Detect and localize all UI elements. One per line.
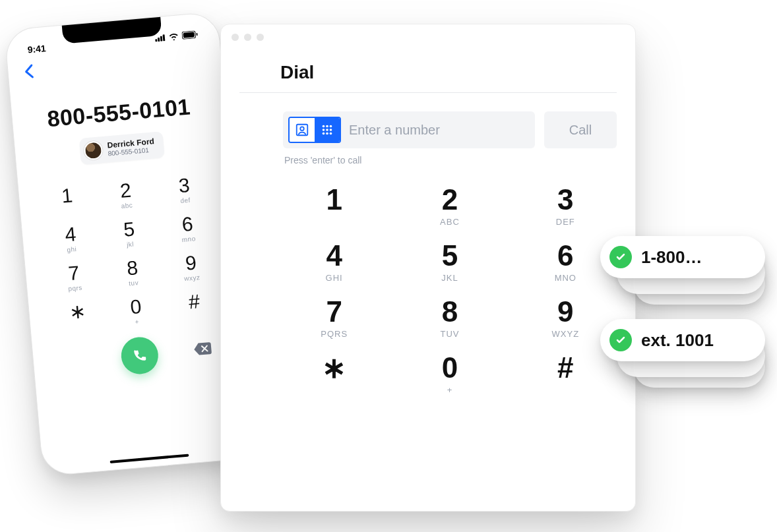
number-input[interactable]: Enter a number — [349, 123, 440, 138]
keypad-key-6[interactable]: 6MNO — [532, 241, 598, 283]
keypad-key-8[interactable]: 8TUV — [417, 297, 483, 339]
extension-chip[interactable]: ext. 1001 — [600, 319, 765, 361]
call-button[interactable]: Call — [544, 111, 617, 148]
window-controls[interactable] — [221, 24, 635, 50]
svg-point-11 — [330, 125, 332, 128]
hint-text: Press 'enter' to call — [284, 155, 635, 165]
battery-icon — [181, 30, 198, 41]
svg-point-13 — [326, 129, 328, 131]
phone-key-7[interactable]: 7pqrs — [47, 261, 102, 294]
call-button[interactable] — [120, 336, 160, 376]
svg-rect-5 — [183, 32, 195, 38]
phone-icon — [131, 347, 148, 364]
keypad-key-hash[interactable]: # — [532, 353, 598, 395]
keypad-key-star[interactable]: ∗ — [301, 353, 367, 395]
svg-point-14 — [330, 129, 332, 131]
phone-key-6[interactable]: 6mno — [160, 212, 215, 245]
phone-key-9[interactable]: 9wxyz — [164, 251, 218, 284]
phone-key-2[interactable]: 2abc — [98, 179, 153, 212]
svg-rect-0 — [155, 39, 157, 42]
svg-point-12 — [323, 129, 325, 131]
input-mode-toggle[interactable] — [288, 117, 341, 143]
keypad-key-1[interactable]: 1 — [301, 185, 367, 227]
status-time: 9:41 — [27, 43, 46, 55]
home-indicator — [109, 454, 189, 463]
svg-point-8 — [300, 127, 304, 131]
keypad-key-4[interactable]: 4GHI — [301, 241, 367, 283]
svg-point-15 — [323, 133, 325, 135]
contact-chip[interactable]: Derrick Ford 800-555-0101 — [79, 131, 165, 165]
chip-label: 1-800… — [641, 247, 702, 268]
phone-key-1[interactable]: 1 — [40, 184, 95, 217]
signal-icon — [154, 33, 166, 44]
number-chip[interactable]: 1-800… — [600, 236, 765, 278]
phone-key-star[interactable]: ∗ — [50, 300, 105, 333]
phone-key-4[interactable]: 4ghi — [44, 222, 98, 255]
avatar — [83, 140, 103, 160]
divider — [239, 92, 617, 93]
svg-rect-1 — [158, 37, 160, 41]
svg-rect-6 — [196, 32, 197, 35]
svg-point-10 — [326, 125, 328, 128]
keypad-key-7[interactable]: 7PQRS — [301, 297, 367, 339]
phone-mockup: 9:41 800-555-0101 Derrick Ford 800-555-0… — [4, 11, 257, 477]
phone-key-0[interactable]: 0+ — [109, 295, 164, 328]
desktop-keypad: 1 2ABC3DEF4GHI5JKL6MNO7PQRS8TUV9WXYZ∗ 0+… — [283, 185, 617, 395]
svg-point-9 — [323, 125, 325, 128]
wifi-icon — [168, 32, 179, 42]
phone-key-8[interactable]: 8tuv — [106, 256, 160, 289]
svg-point-17 — [330, 133, 332, 135]
dial-window: Dial Enter a number Call Press 'enter' t… — [220, 24, 636, 512]
keypad-mode-icon[interactable] — [315, 118, 340, 142]
page-title: Dial — [280, 62, 635, 83]
svg-rect-3 — [162, 34, 165, 41]
contact-mode-icon[interactable] — [290, 118, 315, 142]
svg-point-16 — [326, 133, 328, 135]
chip-label: ext. 1001 — [641, 330, 714, 351]
keypad-key-0[interactable]: 0+ — [417, 353, 483, 395]
phone-key-3[interactable]: 3def — [157, 173, 212, 206]
number-input-row[interactable]: Enter a number — [283, 111, 535, 148]
dialed-number: 800-555-0101 — [23, 92, 214, 134]
phone-key-5[interactable]: 5jkl — [102, 218, 156, 251]
svg-rect-2 — [160, 36, 163, 41]
check-icon — [609, 329, 632, 351]
phone-keypad: 1 2abc3def4ghi5jkl6mno7pqrs8tuv9wxyz∗ 0+… — [30, 173, 232, 334]
keypad-key-5[interactable]: 5JKL — [417, 241, 483, 283]
keypad-key-9[interactable]: 9WXYZ — [532, 297, 598, 339]
status-icons — [154, 30, 198, 44]
phone-key-hash[interactable]: # — [167, 289, 222, 322]
check-icon — [609, 246, 632, 268]
keypad-key-2[interactable]: 2ABC — [417, 185, 483, 227]
backspace-button[interactable] — [193, 341, 213, 359]
keypad-key-3[interactable]: 3DEF — [532, 185, 598, 227]
